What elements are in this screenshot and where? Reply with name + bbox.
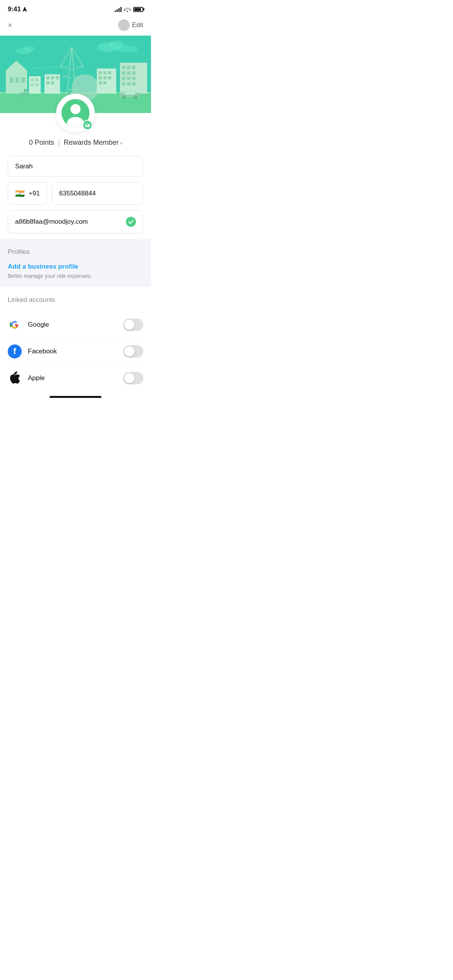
pipe-divider: | [58,139,60,147]
svg-rect-16 [31,83,34,86]
signal-icon [115,7,122,12]
svg-rect-45 [132,66,136,69]
svg-rect-38 [103,76,106,79]
add-profile-title: Add a business profile [8,263,143,271]
crown-badge [82,120,93,130]
svg-rect-41 [103,81,106,84]
svg-point-65 [70,104,81,114]
apple-label: Apple [28,374,117,382]
profile-form: Sarah 🇮🇳 +91 6355048844 a86b8faa@moodjoy… [0,156,151,233]
avatar-circle [56,94,95,132]
google-toggle[interactable] [123,319,143,331]
svg-rect-48 [132,71,136,75]
svg-rect-44 [127,66,130,69]
add-business-profile-button[interactable]: Add a business profile Better manage you… [8,263,143,279]
svg-rect-54 [132,82,136,86]
profiles-section-title: Profiles [8,248,143,256]
apple-icon [8,371,22,385]
email-value: a86b8faa@moodjoy.com [15,218,122,226]
profile-avatar-section [0,94,151,132]
svg-rect-14 [31,78,34,81]
edit-label: Edit [132,21,143,29]
svg-point-57 [24,89,27,92]
rewards-member-link[interactable]: Rewards Member › [64,139,122,147]
status-bar: 9:41 [0,0,151,16]
status-icons [115,7,143,12]
svg-point-5 [23,46,35,51]
svg-point-67 [85,124,86,125]
linked-accounts-section: Linked accounts Google f Facebook [0,287,151,391]
edit-avatar [118,19,130,31]
svg-rect-46 [122,71,125,75]
add-profile-subtitle: Better manage your ride expenses [8,273,143,279]
google-account-row: Google [8,312,143,338]
apple-account-row: Apple [8,365,143,391]
svg-rect-27 [46,76,50,79]
svg-rect-50 [127,77,130,80]
country-code-field[interactable]: 🇮🇳 +91 [8,182,47,205]
name-field[interactable]: Sarah [8,156,143,177]
svg-point-69 [89,124,90,125]
svg-rect-51 [132,77,136,80]
chevron-right-icon: › [120,140,122,146]
linked-accounts-title: Linked accounts [8,296,143,304]
facebook-label: Facebook [28,348,117,355]
google-label: Google [28,321,117,329]
status-time: 9:41 [8,5,27,13]
svg-rect-29 [56,76,59,79]
svg-rect-40 [99,81,102,84]
profiles-section: Profiles Add a business profile Better m… [0,239,151,287]
svg-rect-12 [21,77,25,83]
home-indicator [0,391,151,401]
battery-icon [133,7,143,12]
name-value: Sarah [15,163,136,170]
points-text: 0 Points [29,139,54,147]
svg-rect-17 [35,83,38,86]
svg-rect-37 [99,76,102,79]
phone-number: 6355048844 [59,190,136,197]
india-flag-icon: 🇮🇳 [15,189,25,198]
svg-rect-39 [108,76,111,79]
wifi-icon [124,7,131,12]
google-icon [8,318,22,332]
home-bar [50,396,101,398]
svg-point-3 [118,46,137,53]
svg-rect-36 [108,71,111,74]
svg-rect-34 [99,71,102,74]
time-text: 9:41 [8,5,21,13]
svg-point-68 [87,123,88,124]
svg-rect-53 [127,82,130,86]
svg-rect-30 [46,81,50,84]
nav-bar: × Edit [0,16,151,36]
svg-rect-11 [15,77,19,83]
facebook-icon: f [8,344,22,358]
email-verified-icon [126,217,136,227]
facebook-toggle[interactable] [123,345,143,358]
phone-field[interactable]: 6355048844 [52,182,143,205]
svg-rect-10 [10,77,14,83]
edit-button[interactable]: Edit [118,19,143,31]
facebook-account-row: f Facebook [8,338,143,365]
svg-rect-43 [122,66,125,69]
points-row: 0 Points | Rewards Member › [0,139,151,147]
svg-rect-47 [127,71,130,75]
svg-rect-35 [103,71,106,74]
location-arrow-icon [22,7,27,12]
close-button[interactable]: × [8,21,12,30]
email-field[interactable]: a86b8faa@moodjoy.com [8,210,143,233]
rewards-label: Rewards Member [64,139,119,147]
country-code-text: +91 [29,190,40,197]
svg-rect-15 [35,78,38,81]
svg-rect-28 [51,76,54,79]
svg-rect-31 [51,81,54,84]
apple-toggle[interactable] [123,372,143,384]
svg-rect-52 [122,82,125,86]
svg-rect-49 [122,77,125,80]
